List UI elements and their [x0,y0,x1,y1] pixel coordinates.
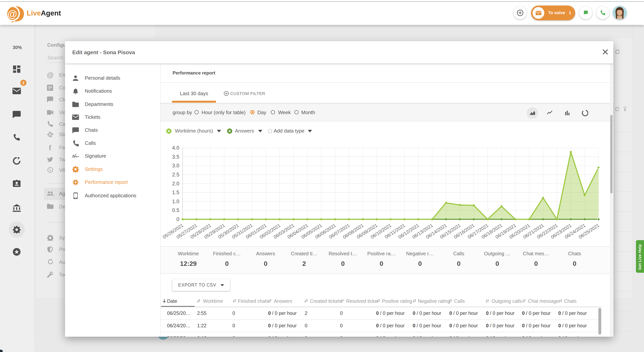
svg-text:1.0: 1.0 [172,199,179,204]
svg-text:1.5: 1.5 [172,189,179,195]
svg-text:2.0: 2.0 [172,181,179,186]
svg-text:f: f [49,144,52,151]
svg-text:@: @ [47,72,54,78]
svg-text:0.5: 0.5 [172,207,179,213]
svg-text:3.5: 3.5 [172,154,179,160]
svg-text:2.5: 2.5 [172,172,179,177]
svg-text:4.0: 4.0 [172,145,179,151]
svg-text:@: @ [8,9,17,19]
svg-text:3.0: 3.0 [172,163,179,169]
svg-text:0: 0 [176,216,179,222]
